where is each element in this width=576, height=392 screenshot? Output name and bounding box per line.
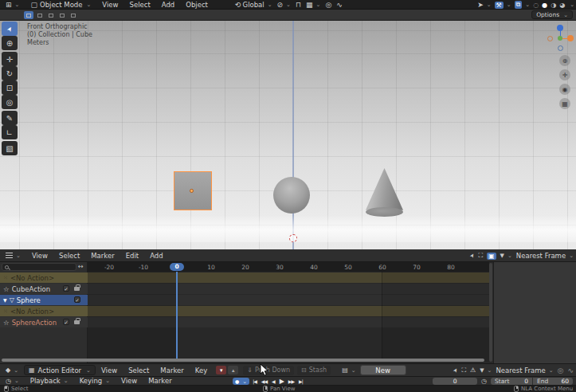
shading-material-icon[interactable]: ◑ <box>551 2 556 9</box>
toggle-ortho-button[interactable]: ▦ <box>559 98 570 109</box>
channel-cubeaction[interactable]: ☆ CubeAction ✓ <box>0 284 88 294</box>
dopesheet-mode-dropdown[interactable]: ▦ Action Editor ⌄ <box>24 365 96 375</box>
nla-menu-view[interactable]: View <box>26 252 53 260</box>
axis-x-negative[interactable] <box>547 36 553 41</box>
tl-menu-marker[interactable]: Marker <box>143 377 177 385</box>
tool-select-box[interactable]: ➤ <box>2 22 18 36</box>
tool-cursor[interactable]: ⊕ <box>2 36 18 50</box>
xray-dropdown[interactable]: ⧉ ⌄ <box>515 1 531 9</box>
ae-falloff-icon[interactable]: ∿ <box>567 367 574 374</box>
shading-dropdown[interactable]: ⌄ <box>570 2 574 8</box>
track-mute-checkbox[interactable]: ✓ <box>63 319 69 325</box>
axis-x-positive[interactable] <box>567 35 574 41</box>
nla-editor[interactable]: ↔ -20 -10 10 20 30 40 50 60 70 80 0 ⁙ <N… <box>0 262 576 363</box>
vertical-scrollbar[interactable] <box>489 263 492 362</box>
tool-add-cube[interactable]: ▧ <box>2 141 18 155</box>
ae-menu-view[interactable]: View <box>96 367 123 374</box>
stash-button[interactable]: ⊟ Stash <box>297 366 331 375</box>
falloff-icon[interactable]: ∿ <box>336 1 343 9</box>
show-gizmo-dropdown[interactable]: ➤ ⌄ <box>477 1 491 9</box>
object-mute-checkbox[interactable]: ✓ <box>74 296 80 303</box>
shading-solid-icon[interactable]: ● <box>542 2 547 9</box>
snap-target-dropdown[interactable]: ▦ ⌄ <box>306 1 320 9</box>
tool-rotate[interactable]: ↻ <box>2 66 18 80</box>
select-mode-extend[interactable] <box>35 11 45 19</box>
end-frame-field[interactable]: End 60 <box>533 378 573 385</box>
track-mute-checkbox[interactable]: ✓ <box>63 285 69 292</box>
tool-move[interactable]: ✛ <box>2 52 18 66</box>
channel-sphereaction[interactable]: ☆ SphereAction ✓ <box>0 317 88 327</box>
axis-z-negative[interactable] <box>558 45 563 51</box>
browse-action-dropdown[interactable]: ▤ ⌄ <box>342 367 355 374</box>
sphere-object[interactable] <box>273 177 310 214</box>
new-action-button[interactable]: New <box>360 365 406 375</box>
nla-pointer-icon[interactable]: ➤ <box>468 252 476 259</box>
nla-menu-marker[interactable]: Marker <box>85 252 120 260</box>
nla-menu-add[interactable]: Add <box>144 252 168 260</box>
shading-wireframe-icon[interactable]: ◌ <box>533 2 539 9</box>
solo-star-icon[interactable]: ☆ <box>3 319 10 326</box>
select-mode-intersect[interactable] <box>69 11 78 19</box>
menu-add[interactable]: Add <box>156 1 180 9</box>
solo-star-icon[interactable]: ☆ <box>3 286 10 292</box>
channel-no-action-cube[interactable]: ⁙ <No Action> <box>0 272 88 283</box>
nla-menu-edit[interactable]: Edit <box>120 252 144 260</box>
axis-y-dot[interactable] <box>558 36 562 41</box>
select-mode-new[interactable] <box>24 11 33 19</box>
nla-sync-icon[interactable]: ▣ <box>487 253 496 260</box>
nla-snap-dropdown[interactable]: Nearest Frame ⌄ <box>516 252 574 260</box>
ae-filter-dropdown[interactable]: ▼ ⌄ <box>480 367 492 374</box>
mode-dropdown[interactable]: ▢ Object Mode ⌄ <box>25 1 96 9</box>
playhead-line[interactable] <box>176 272 178 359</box>
current-frame-badge[interactable]: 0 <box>170 263 184 271</box>
expand-triangle-icon[interactable]: ▼ <box>3 297 7 303</box>
ae-pointer-icon[interactable]: ➤ <box>452 367 460 374</box>
select-mode-subtract[interactable] <box>46 11 56 19</box>
start-frame-field[interactable]: Start 0 <box>491 378 532 385</box>
dopesheet-editor-type-button[interactable]: ◆ ⌄ <box>0 367 24 374</box>
zoom-button[interactable]: ⊕ <box>559 55 570 66</box>
channel-search-input[interactable] <box>2 263 76 271</box>
menu-object[interactable]: Object <box>180 1 214 9</box>
proportional-edit-icon[interactable]: ◎ <box>325 1 331 9</box>
nla-menu-select[interactable]: Select <box>53 252 85 260</box>
ae-proportional-icon[interactable]: ◎ <box>558 367 564 374</box>
prev-keyframe-button[interactable]: ◀◀ <box>260 378 268 384</box>
pivot-dropdown[interactable]: ⊘ ⌄ <box>277 1 291 9</box>
nla-editor-type-button[interactable]: ⌄ <box>0 253 26 259</box>
ae-menu-key[interactable]: Key <box>190 367 213 374</box>
snap-magnet-icon[interactable]: ⊔ <box>296 1 301 9</box>
auto-keying-button[interactable]: ● ⌄ <box>233 378 249 385</box>
tl-menu-view[interactable]: View <box>116 377 143 385</box>
horizontal-scrollbar[interactable] <box>2 359 484 362</box>
jump-to-end-button[interactable]: ▶| <box>297 378 304 384</box>
menu-select[interactable]: Select <box>124 1 156 9</box>
track-lock-icon[interactable] <box>74 320 80 324</box>
pan-button[interactable]: ✛ <box>559 69 570 80</box>
shading-rendered-icon[interactable]: ◕ <box>559 2 565 9</box>
tool-scale[interactable]: ⊡ <box>2 80 18 95</box>
action-down-button[interactable]: ▾ <box>216 366 226 374</box>
action-up-button[interactable]: ▴ <box>228 366 238 374</box>
axis-gizmo[interactable] <box>547 25 574 52</box>
next-keyframe-button[interactable]: ▶▶ <box>287 378 296 384</box>
menu-view[interactable]: View <box>96 1 123 9</box>
ae-snap-dropdown[interactable]: Nearest Frame ⌄ <box>496 367 553 374</box>
play-button[interactable]: ▶ <box>278 378 285 385</box>
tool-annotate[interactable]: ✎ <box>2 111 18 125</box>
channel-sphere-selected[interactable]: ▼ ▽ Sphere ✓ <box>0 295 88 305</box>
tl-menu-playback[interactable]: Playback⌄ <box>25 377 74 385</box>
tool-measure[interactable]: ∟ <box>2 125 18 139</box>
track-lock-icon[interactable] <box>74 287 80 291</box>
tl-menu-keying[interactable]: Keying⌄ <box>74 377 116 385</box>
timeline-editor-type-button[interactable]: ◷ ⌄ <box>0 378 25 385</box>
cone-object[interactable] <box>366 168 403 213</box>
options-button[interactable]: Options ⌄ <box>531 10 573 19</box>
ae-menu-select[interactable]: Select <box>123 367 155 374</box>
channel-no-action-sphere[interactable]: ⁙ <No Action> <box>0 306 88 316</box>
camera-view-button[interactable]: ◉ <box>559 84 570 95</box>
3d-viewport[interactable]: Front Orthographic (0) Collection | Cube… <box>0 21 576 249</box>
play-reverse-button[interactable]: ◀ <box>270 378 276 384</box>
jump-to-start-button[interactable]: |◀ <box>251 378 258 384</box>
tool-transform[interactable]: ◎ <box>2 95 18 109</box>
